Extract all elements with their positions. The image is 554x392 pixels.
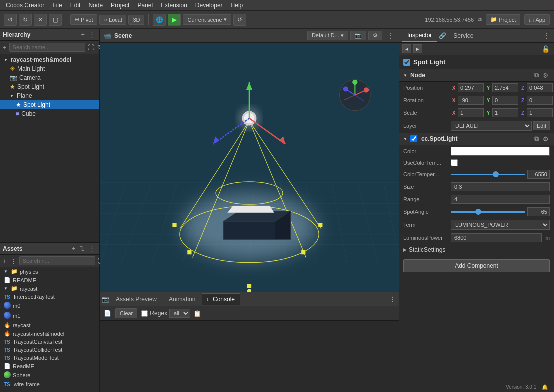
- pivot-btn[interactable]: ⊕ Pivot: [70, 14, 98, 25]
- term-select[interactable]: LUMINOUS_POWER: [451, 220, 550, 230]
- 3d-btn[interactable]: 3D: [128, 15, 144, 25]
- node-section-header[interactable]: ▼ Node ⧉ ⚙: [400, 70, 554, 82]
- undo-btn[interactable]: ↺: [4, 14, 17, 26]
- hierarchy-menu-btn[interactable]: ⋮: [88, 31, 96, 38]
- node-copy-btn[interactable]: ⧉: [534, 72, 540, 80]
- hierarchy-search-input[interactable]: [10, 43, 86, 52]
- pos-x-input[interactable]: [458, 84, 484, 92]
- menu-project[interactable]: Project: [107, 1, 134, 10]
- pos-y-input[interactable]: [492, 84, 518, 92]
- assets-filter-btn[interactable]: ⋮: [10, 258, 18, 265]
- play-btn[interactable]: ▶: [168, 14, 181, 26]
- scale-y-input[interactable]: [492, 108, 518, 118]
- hierarchy-item-mainlight[interactable]: ☀ Main Light: [0, 64, 100, 74]
- assets-item-raycast-file[interactable]: 🔥 raycast: [0, 321, 100, 330]
- spotangle-input[interactable]: [528, 208, 550, 216]
- assets-item-sphere[interactable]: Sphere: [0, 370, 100, 380]
- color-swatch[interactable]: [451, 147, 550, 156]
- rot-z-input[interactable]: [527, 96, 553, 105]
- hierarchy-item-spotlight-selected[interactable]: ★ Spot Light: [0, 100, 100, 110]
- regex-checkbox[interactable]: [142, 310, 148, 317]
- tab-assets-preview[interactable]: Assets Preview: [110, 294, 162, 306]
- layer-edit-btn[interactable]: Edit: [534, 122, 550, 130]
- menu-edit[interactable]: Edit: [66, 1, 85, 10]
- hierarchy-add-btn[interactable]: +: [80, 31, 86, 38]
- menu-cocos[interactable]: Cocos Creator: [2, 1, 48, 10]
- tab-service[interactable]: Service: [448, 30, 478, 42]
- spotlight-copy-btn[interactable]: ⧉: [534, 135, 540, 143]
- menu-extension[interactable]: Extension: [157, 1, 192, 10]
- assets-add-btn2[interactable]: +: [2, 258, 8, 265]
- log-level-select[interactable]: all: [170, 309, 190, 318]
- usecolortemp-checkbox[interactable]: [451, 160, 458, 166]
- expand-btn[interactable]: ⛶: [87, 44, 96, 52]
- spotangle-slider[interactable]: [451, 212, 526, 213]
- assets-item-intersect[interactable]: TS IntersectRayTest: [0, 293, 100, 301]
- assets-item-model[interactable]: TS RaycastModelTest: [0, 354, 100, 362]
- assets-search-input[interactable]: [20, 256, 96, 266]
- assets-item-canvas[interactable]: TS RaycastCanvasTest: [0, 338, 100, 346]
- refresh-btn[interactable]: ↺: [234, 14, 246, 26]
- world-btn[interactable]: 🌐: [153, 14, 166, 26]
- hierarchy-item-spotlight1[interactable]: ★ Spot Light: [0, 82, 100, 92]
- rot-y-input[interactable]: [492, 96, 518, 105]
- scene-settings-btn[interactable]: ⚙: [368, 31, 382, 40]
- menu-developer[interactable]: Developer: [192, 1, 227, 10]
- local-btn[interactable]: ○ Local: [100, 15, 126, 25]
- menu-help[interactable]: Help: [227, 1, 248, 10]
- assets-sort-btn[interactable]: ⇅: [78, 245, 86, 252]
- console-filter-btn[interactable]: 📋: [192, 310, 202, 318]
- app-btn[interactable]: ⬚ App: [524, 14, 550, 25]
- assets-item-collider[interactable]: TS RaycastColliderTest: [0, 346, 100, 354]
- assets-menu-btn[interactable]: ⋮: [88, 245, 96, 252]
- menu-node[interactable]: Node: [84, 1, 107, 10]
- scene-dropdown[interactable]: Current scene ▾: [183, 14, 231, 25]
- camera-settings-btn[interactable]: 📷: [350, 31, 366, 40]
- menu-file[interactable]: File: [48, 1, 66, 10]
- nav-forward-btn[interactable]: ►: [414, 44, 422, 54]
- hierarchy-item-root[interactable]: ▼ raycast-mesh&model: [0, 56, 100, 64]
- menu-panel[interactable]: Panel: [134, 1, 157, 10]
- luminouspower-input[interactable]: [451, 234, 542, 242]
- scale-z-input[interactable]: [527, 108, 553, 118]
- nav-back-btn[interactable]: ◄: [402, 44, 412, 54]
- add-component-btn[interactable]: Add Component: [404, 260, 550, 272]
- tab-animation[interactable]: Animation: [164, 294, 201, 306]
- tab-inspector[interactable]: Inspector: [402, 30, 437, 42]
- range-input[interactable]: [451, 195, 550, 204]
- close-scene-btn[interactable]: ✕: [34, 14, 47, 26]
- assets-item-readme2[interactable]: 📄 ReadME: [0, 362, 100, 370]
- bottom-panel-menu[interactable]: ⋮: [388, 296, 397, 303]
- default-dropdown-btn[interactable]: Default D... ▾: [308, 31, 348, 40]
- pos-z-input[interactable]: [527, 84, 553, 92]
- static-settings-row[interactable]: ▶ StaticSettings: [400, 244, 554, 256]
- scene-view[interactable]: [100, 43, 399, 292]
- scale-x-input[interactable]: [458, 108, 484, 118]
- rot-x-input[interactable]: [458, 96, 484, 105]
- colortemp-slider[interactable]: [451, 174, 526, 176]
- tab-console[interactable]: □ Console: [202, 294, 240, 306]
- assets-item-wireframe[interactable]: TS wire-frame: [0, 380, 100, 388]
- assets-add-btn[interactable]: +: [70, 245, 76, 252]
- spotlight-enabled-checkbox[interactable]: [410, 136, 418, 142]
- assets-item-raycast-mesh[interactable]: 🔥 raycast-mesh&model: [0, 330, 100, 338]
- clear-btn[interactable]: Clear: [116, 308, 138, 318]
- settings-btn[interactable]: ▢: [49, 14, 62, 26]
- node-enabled-checkbox[interactable]: [404, 59, 410, 66]
- copy-icon[interactable]: ⧉: [478, 16, 482, 23]
- spotlight-section-header[interactable]: ▼ cc.SpotLight ⧉ ⚙: [400, 133, 554, 146]
- redo-btn[interactable]: ↻: [19, 14, 32, 26]
- hierarchy-item-cube[interactable]: ■ Cube: [0, 110, 100, 118]
- assets-item-raycast[interactable]: ▼ 📁 raycast: [0, 284, 100, 293]
- assets-item-m1[interactable]: m1: [0, 311, 100, 321]
- scene-menu-btn[interactable]: ⋮: [386, 32, 395, 40]
- assets-item-m0[interactable]: m0: [0, 301, 100, 311]
- project-btn[interactable]: 📁 Project: [486, 14, 520, 25]
- node-settings-btn[interactable]: ⚙: [542, 72, 550, 80]
- assets-item-readme-physics[interactable]: 📄 README: [0, 276, 100, 284]
- hierarchy-item-camera[interactable]: 📷 Camera: [0, 74, 100, 82]
- spotlight-settings-btn[interactable]: ⚙: [542, 136, 550, 143]
- size-input[interactable]: [451, 182, 550, 192]
- assets-item-physics[interactable]: ▼ 📁 physics: [0, 268, 100, 276]
- add-node-btn[interactable]: +: [2, 44, 8, 52]
